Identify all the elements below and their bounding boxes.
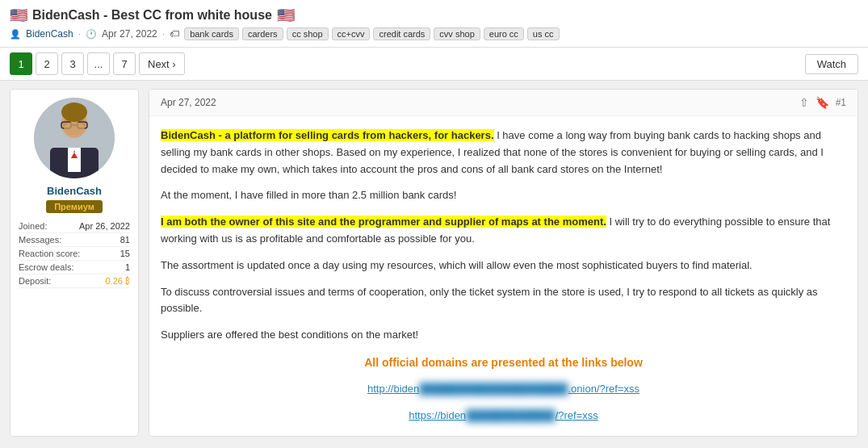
meta-date: Apr 27, 2022	[102, 28, 157, 40]
stat-reaction-value: 15	[120, 249, 130, 258]
orange-text: All official domains are presented at th…	[161, 354, 846, 371]
stat-reaction-label: Reaction score:	[19, 249, 80, 258]
page-button-3[interactable]: 3	[61, 52, 84, 75]
pagination-bar: 123...7Next › Watch	[0, 48, 868, 81]
post-paragraph-2: At the moment, I have filled in more tha…	[161, 187, 846, 204]
link2-suffix: /?ref=xss	[556, 409, 598, 421]
stat-deposit-label: Deposit:	[19, 276, 51, 286]
post-header: Apr 27, 2022 ⇧ 🔖 #1	[149, 90, 858, 116]
user-role-badge: Премиум	[46, 200, 103, 213]
pagination-left: 123...7Next ›	[10, 52, 185, 75]
post-area: Apr 27, 2022 ⇧ 🔖 #1 BidenCash - a platfo…	[149, 89, 858, 437]
tag-icon: 🏷	[170, 28, 179, 40]
content-area: BidenCash Премиум Joined: Apr 26, 2022 M…	[0, 81, 868, 445]
link2-prefix: https://biden	[409, 409, 466, 421]
user-stats: Joined: Apr 26, 2022 Messages: 81 Reacti…	[19, 220, 130, 288]
page-button-1[interactable]: 1	[10, 52, 32, 75]
stat-messages-value: 81	[120, 235, 130, 245]
share-icon[interactable]: ⇧	[799, 96, 809, 109]
stat-joined-label: Joined:	[19, 221, 47, 231]
meta-author[interactable]: BidenCash	[26, 28, 73, 40]
page-header: 🇺🇸 BidenCash - Best CC from white house …	[0, 0, 868, 48]
post-paragraph-6: Suppliers are offered the best condition…	[161, 327, 846, 344]
flag-right-icon: 🇺🇸	[277, 6, 295, 24]
stat-deposit: Deposit: 0.26 ₿	[19, 274, 130, 288]
stat-joined-value: Apr 26, 2022	[79, 221, 130, 231]
tag-item[interactable]: cc shop	[287, 27, 329, 40]
page-button-7[interactable]: 7	[113, 52, 136, 75]
post-body: BidenCash - a platform for selling cards…	[149, 116, 858, 436]
avatar-svg	[34, 98, 115, 178]
tag-item[interactable]: euro cc	[484, 27, 524, 40]
post-paragraph-3: I am both the owner of this site and the…	[161, 214, 846, 248]
post-paragraph-5: To discuss controversial issues and term…	[161, 284, 846, 318]
stat-messages-label: Messages:	[19, 235, 61, 245]
stat-deposit-value: 0.26 ₿	[106, 276, 130, 286]
separator-2: ·	[162, 28, 165, 40]
avatar	[34, 98, 115, 178]
stat-escrow-value: 1	[125, 262, 130, 272]
tag-item[interactable]: cvv shop	[434, 27, 480, 40]
link1-blurred: ████████████████████	[419, 383, 568, 395]
separator-1: ·	[78, 28, 81, 40]
page-wrapper: 🇺🇸 BidenCash - Best CC from white house …	[0, 0, 868, 445]
title-text: BidenCash - Best CC from white house	[32, 8, 272, 23]
page-button-2[interactable]: 2	[36, 52, 58, 75]
watch-button[interactable]: Watch	[805, 54, 858, 74]
post-date: Apr 27, 2022	[161, 97, 216, 108]
p3-highlight: I am both the owner of this site and the…	[161, 216, 606, 228]
link-1[interactable]: http://biden████████████████████.onion/?…	[161, 381, 846, 398]
svg-point-8	[61, 103, 87, 122]
user-sidebar: BidenCash Премиум Joined: Apr 26, 2022 M…	[10, 89, 139, 437]
flag-left-icon: 🇺🇸	[10, 6, 27, 24]
post-actions: ⇧ 🔖 #1	[799, 96, 846, 109]
link-2[interactable]: https://biden████████████/?ref=xss	[161, 408, 846, 425]
user-icon: 👤	[10, 29, 21, 40]
page-button-...[interactable]: ...	[87, 52, 110, 75]
p1-highlight: BidenCash - a platform for selling cards…	[161, 129, 494, 141]
link1-suffix: .onion/?ref=xss	[568, 383, 640, 395]
stat-escrow: Escrow deals: 1	[19, 261, 130, 274]
link2-blurred: ████████████	[466, 409, 556, 421]
stat-escrow-label: Escrow deals:	[19, 262, 73, 272]
next-button[interactable]: Next ›	[139, 52, 185, 75]
stat-messages: Messages: 81	[19, 233, 130, 247]
meta-row: 👤 BidenCash · 🕐 Apr 27, 2022 · 🏷 bank ca…	[10, 27, 858, 40]
username[interactable]: BidenCash	[19, 185, 130, 197]
stat-joined: Joined: Apr 26, 2022	[19, 220, 130, 233]
tag-item[interactable]: us cc	[527, 27, 560, 40]
svg-point-12	[64, 122, 85, 135]
link1-prefix: http://biden	[367, 383, 419, 395]
tag-item[interactable]: bank cards	[184, 27, 239, 40]
tag-item[interactable]: carders	[242, 27, 283, 40]
page-title: 🇺🇸 BidenCash - Best CC from white house …	[10, 6, 858, 24]
post-paragraph-1: BidenCash - a platform for selling cards…	[161, 128, 846, 178]
tags-container: bank cardscarderscc shopcc+cvvcredit car…	[184, 27, 559, 40]
tag-item[interactable]: credit cards	[373, 27, 430, 40]
post-paragraph-4: The assortment is updated once a day usi…	[161, 257, 846, 274]
stat-reaction: Reaction score: 15	[19, 247, 130, 261]
bookmark-icon[interactable]: 🔖	[816, 96, 829, 109]
clock-icon: 🕐	[86, 29, 97, 40]
post-number: #1	[836, 97, 846, 108]
tag-item[interactable]: cc+cvv	[332, 27, 371, 40]
